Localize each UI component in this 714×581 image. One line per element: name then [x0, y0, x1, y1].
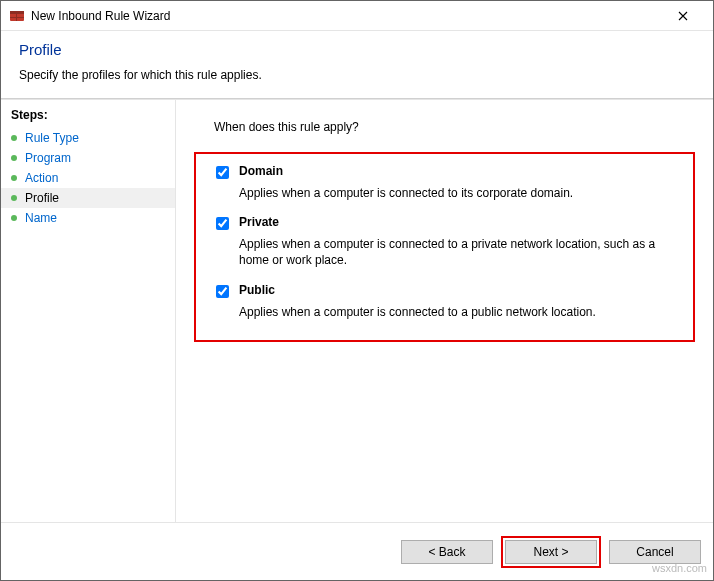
- page-title: Profile: [19, 41, 697, 58]
- checkbox-public[interactable]: [216, 285, 229, 298]
- checkbox-private[interactable]: [216, 217, 229, 230]
- step-profile[interactable]: Profile: [1, 188, 175, 208]
- cancel-button[interactable]: Cancel: [609, 540, 701, 564]
- svg-rect-3: [16, 11, 17, 21]
- bullet-icon: [11, 215, 17, 221]
- profiles-highlight: Domain Applies when a computer is connec…: [194, 152, 695, 342]
- watermark: wsxdn.com: [652, 562, 707, 574]
- back-button[interactable]: < Back: [401, 540, 493, 564]
- profile-public-desc: Applies when a computer is connected to …: [239, 304, 687, 320]
- main-panel: When does this rule apply? Domain Applie…: [176, 100, 713, 522]
- next-button[interactable]: Next >: [505, 540, 597, 564]
- page-subtitle: Specify the profiles for which this rule…: [19, 68, 697, 82]
- wizard-footer: < Back Next > Cancel: [1, 522, 713, 580]
- wizard-body: Steps: Rule Type Program Action Profile …: [1, 99, 713, 522]
- steps-sidebar: Steps: Rule Type Program Action Profile …: [1, 100, 176, 522]
- profile-private-row: Private: [216, 215, 687, 230]
- question-text: When does this rule apply?: [214, 120, 695, 134]
- profile-private-desc: Applies when a computer is connected to …: [239, 236, 687, 268]
- profile-domain-label[interactable]: Domain: [239, 164, 283, 178]
- profile-domain-row: Domain: [216, 164, 687, 179]
- profile-public-row: Public: [216, 283, 687, 298]
- step-label: Program: [25, 151, 71, 165]
- close-button[interactable]: [661, 2, 705, 30]
- step-label: Name: [25, 211, 57, 225]
- profile-domain-desc: Applies when a computer is connected to …: [239, 185, 687, 201]
- titlebar-title: New Inbound Rule Wizard: [31, 9, 661, 23]
- checkbox-domain[interactable]: [216, 166, 229, 179]
- wizard-window: New Inbound Rule Wizard Profile Specify …: [0, 0, 714, 581]
- step-label: Rule Type: [25, 131, 79, 145]
- step-label: Action: [25, 171, 58, 185]
- bullet-icon: [11, 175, 17, 181]
- bullet-icon: [11, 155, 17, 161]
- step-name[interactable]: Name: [1, 208, 175, 228]
- bullet-icon: [11, 135, 17, 141]
- step-program[interactable]: Program: [1, 148, 175, 168]
- wizard-header: Profile Specify the profiles for which t…: [1, 31, 713, 92]
- next-highlight: Next >: [501, 536, 601, 568]
- step-label: Profile: [25, 191, 59, 205]
- profile-public-label[interactable]: Public: [239, 283, 275, 297]
- profile-private-label[interactable]: Private: [239, 215, 279, 229]
- step-action[interactable]: Action: [1, 168, 175, 188]
- firewall-icon: [9, 8, 25, 24]
- bullet-icon: [11, 195, 17, 201]
- step-rule-type[interactable]: Rule Type: [1, 128, 175, 148]
- steps-heading: Steps:: [1, 106, 175, 128]
- close-icon: [678, 11, 688, 21]
- titlebar: New Inbound Rule Wizard: [1, 1, 713, 31]
